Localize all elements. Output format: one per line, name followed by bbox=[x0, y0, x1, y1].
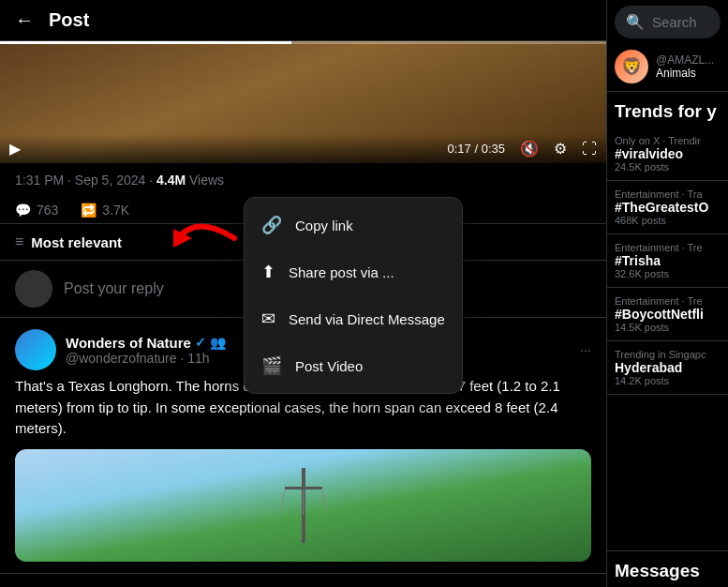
context-menu: 🔗 Copy link ⬆ Share post via ... ✉ Send … bbox=[244, 197, 463, 394]
trend-item-1[interactable]: Only on X · Trendir #viralvideo 24.5K po… bbox=[607, 128, 728, 181]
post-meta: 1:31 PM · Sep 5, 2024 · 4.4M Views bbox=[0, 163, 606, 197]
trend-posts-3: 32.6K posts bbox=[615, 268, 721, 279]
left-panel: ← Post ▶ 0:17 / 0:35 🔇 ⚙ ⛶ 1:31 PM · Sep… bbox=[0, 0, 607, 587]
video-controls: ▶ 0:17 / 0:35 🔇 ⚙ ⛶ bbox=[0, 134, 606, 163]
trend-item-4[interactable]: Entertainment · Tre #BoycottNetfli 14.5K… bbox=[607, 288, 728, 341]
retweet-button[interactable]: 🔁 3.7K bbox=[81, 203, 129, 218]
back-button[interactable]: ← bbox=[15, 9, 34, 31]
svg-line-4 bbox=[322, 489, 327, 515]
video-player: ▶ 0:17 / 0:35 🔇 ⚙ ⛶ bbox=[0, 41, 606, 163]
trend-category-5: Trending in Singapc bbox=[615, 349, 721, 360]
trend-name-3: #Trisha bbox=[615, 253, 721, 268]
page-title: Post bbox=[49, 9, 89, 31]
video-icon: 🎬 bbox=[261, 355, 282, 376]
post-header: ← Post bbox=[0, 0, 606, 41]
trend-category-2: Entertainment · Tra bbox=[615, 188, 721, 200]
red-arrow-indicator bbox=[159, 210, 244, 270]
reply-image-inner bbox=[15, 449, 591, 562]
reply-user-info: Wonders of Nature ✓ 👥 @wonderzofnature ·… bbox=[66, 335, 226, 366]
verified-icon: ✓ bbox=[195, 335, 206, 350]
post-actions: 💬 763 🔁 3.7K 🔗 Copy link ⬆ Share post vi… bbox=[0, 197, 606, 224]
search-icon: 🔍 bbox=[626, 13, 645, 31]
trend-name-4: #BoycottNetfli bbox=[615, 307, 721, 322]
filter-icon: ≡ bbox=[15, 233, 23, 250]
trend-posts-1: 24.5K posts bbox=[615, 161, 721, 173]
messages-section: Messages bbox=[607, 550, 728, 587]
trend-item-2[interactable]: Entertainment · Tra #TheGreatestO 468K p… bbox=[607, 181, 728, 234]
play-button[interactable]: ▶ bbox=[9, 140, 21, 158]
profile-desc: Animals bbox=[656, 67, 714, 80]
trend-category-4: Entertainment · Tre bbox=[615, 295, 721, 307]
retweet-icon: 🔁 bbox=[81, 203, 97, 218]
profile-snippet: 🦁 @AMAZL... Animals bbox=[607, 44, 728, 92]
trend-posts-2: 468K posts bbox=[615, 215, 721, 226]
post-video-menu-item[interactable]: 🎬 Post Video bbox=[245, 342, 462, 389]
reply-avatar bbox=[15, 329, 56, 370]
send-dm-menu-item[interactable]: ✉ Send via Direct Message bbox=[245, 295, 462, 342]
messages-header: Messages bbox=[615, 561, 721, 581]
svg-line-3 bbox=[280, 489, 285, 515]
profile-handle: @AMAZL... bbox=[656, 53, 714, 67]
search-bar[interactable]: 🔍 Search bbox=[615, 6, 721, 38]
trends-header: Trends for y bbox=[607, 92, 728, 128]
svg-rect-2 bbox=[285, 487, 322, 489]
video-progress-fill bbox=[0, 41, 291, 44]
trend-category-3: Entertainment · Tre bbox=[615, 242, 721, 253]
reply-placeholder[interactable]: Post your reply bbox=[64, 280, 164, 297]
filter-label[interactable]: Most relevant bbox=[31, 234, 122, 250]
settings-button[interactable]: ⚙ bbox=[554, 140, 567, 158]
comment-icon: 💬 bbox=[15, 203, 31, 218]
profile-avatar: 🦁 bbox=[615, 50, 648, 83]
group-icon: 👥 bbox=[210, 335, 226, 350]
fullscreen-button[interactable]: ⛶ bbox=[582, 141, 597, 158]
trend-item-3[interactable]: Entertainment · Tre #Trisha 32.6K posts bbox=[607, 234, 728, 288]
trend-name-1: #viralvideo bbox=[615, 146, 721, 161]
copy-link-icon: 🔗 bbox=[261, 215, 282, 235]
time-display: 0:17 / 0:35 bbox=[448, 142, 505, 156]
dm-icon: ✉ bbox=[261, 309, 275, 329]
profile-info: @AMAZL... Animals bbox=[656, 53, 714, 80]
share-icon: ⬆ bbox=[261, 262, 275, 282]
reply-display-name: Wonders of Nature ✓ 👥 bbox=[66, 335, 226, 351]
more-options-button[interactable]: ··· bbox=[580, 342, 591, 357]
trend-item-5[interactable]: Trending in Singapc Hyderabad 14.2K post… bbox=[607, 341, 728, 395]
share-post-menu-item[interactable]: ⬆ Share post via ... bbox=[245, 248, 462, 295]
mute-button[interactable]: 🔇 bbox=[520, 140, 539, 158]
reply-handle: @wonderzofnature · 11h bbox=[66, 351, 226, 366]
user-avatar bbox=[15, 270, 52, 308]
trend-posts-5: 14.2K posts bbox=[615, 375, 721, 386]
copy-link-menu-item[interactable]: 🔗 Copy link bbox=[245, 202, 462, 248]
trend-posts-4: 14.5K posts bbox=[615, 322, 721, 333]
reply-image bbox=[15, 449, 591, 562]
right-panel: 🔍 Search 🦁 @AMAZL... Animals Trends for … bbox=[607, 0, 728, 587]
video-progress-bar[interactable] bbox=[0, 41, 606, 44]
trend-name-2: #TheGreatestO bbox=[615, 200, 721, 215]
trend-category-1: Only on X · Trendir bbox=[615, 135, 721, 146]
search-input[interactable]: Search bbox=[652, 14, 697, 30]
views-count: 4.4M bbox=[156, 173, 186, 188]
comment-button[interactable]: 💬 763 bbox=[15, 203, 58, 218]
trends-section: Trends for y Only on X · Trendir #viralv… bbox=[607, 92, 728, 550]
trend-name-5: Hyderabad bbox=[615, 360, 721, 375]
